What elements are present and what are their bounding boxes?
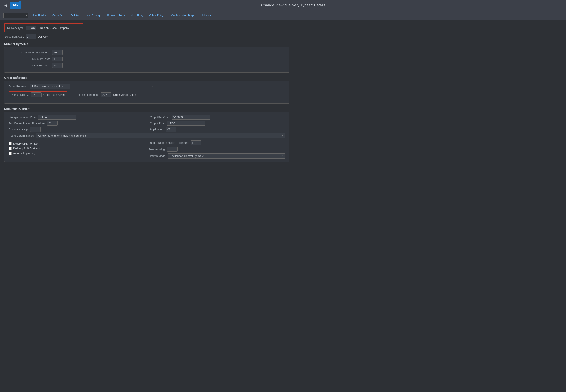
partner-det-row: Partner Determination Procedure: <box>148 140 285 145</box>
route-determination-select[interactable]: A New route determination without check … <box>36 133 285 138</box>
doc-stats-group-input[interactable] <box>30 127 41 132</box>
doc-right-col: OutputDet.Proc.: Output Type: Applicatio… <box>150 115 285 133</box>
delivery-split-partners-label: Delivery Split Partners <box>13 147 40 150</box>
item-num-increment-row: Item Number Increment: * <box>9 50 285 55</box>
doc-cat-row: Document Cat.: Delivery <box>4 34 289 39</box>
rescheduling-label: Rescheduling: <box>148 148 166 151</box>
output-type-input[interactable] <box>167 121 205 126</box>
distrbtn-mode-label: Distrbtn Mode: <box>148 154 166 157</box>
number-systems-section: Item Number Increment: * NR of Int. Asst… <box>4 47 289 73</box>
number-systems-content: Item Number Increment: * NR of Int. Asst… <box>4 47 289 72</box>
distrbtn-mode-row: Distrbtn Mode: Distribution Control By W… <box>148 153 285 159</box>
text-det-proc-row: Text Determination Procedure: <box>9 121 143 126</box>
distrbtn-select-wrap: Distribution Control By Ware... No Distr… <box>168 153 285 159</box>
order-reference-section: Order Required: B Purchase order require… <box>4 81 289 104</box>
rescheduling-row: Rescheduling: <box>148 147 285 152</box>
other-entry-button[interactable]: Other Entry... <box>147 13 168 18</box>
document-cat-description: Delivery <box>38 35 48 38</box>
doc-content-grid: Storage Location Rule: Text Determinatio… <box>9 115 285 133</box>
previous-entry-button[interactable]: Previous Entry <box>105 13 127 18</box>
toolbar-select[interactable] <box>3 13 28 18</box>
checkboxes-left: Delivry Split - WhNo Delivery Split Part… <box>9 142 145 155</box>
storage-location-input[interactable] <box>38 115 76 120</box>
route-determination-row: Route Determination: A New route determi… <box>9 133 285 138</box>
partner-det-label: Partner Determination Procedure: <box>148 141 189 144</box>
order-reference-content: Order Required: B Purchase order require… <box>4 81 289 103</box>
application-row: Application: <box>150 127 285 132</box>
toolbar: New Entries Copy As... Delete Undo Chang… <box>0 11 566 20</box>
toolbar-select-wrapper <box>3 13 28 18</box>
route-determination-label: Route Determination: <box>9 134 34 137</box>
automatic-packing-checkbox[interactable] <box>9 152 12 155</box>
doc-stats-group-row: Doc.stats.group: <box>9 127 143 132</box>
order-required-select[interactable]: B Purchase order required A No order req… <box>30 84 70 89</box>
application-label: Application: <box>150 128 164 131</box>
output-type-row: Output Type: <box>150 121 285 126</box>
nr-ext-asst-input[interactable] <box>52 63 63 68</box>
storage-location-row: Storage Location Rule: <box>9 115 143 120</box>
next-entry-button[interactable]: Next Entry <box>128 13 146 18</box>
default-ord-ty-row: Default Ord.Ty.: Order Type Sched ItemRe… <box>9 91 285 98</box>
more-button[interactable]: More ▼ <box>200 13 214 18</box>
text-det-proc-label: Text Determination Procedure: <box>9 122 45 125</box>
document-cat-label: Document Cat.: <box>5 35 24 38</box>
item-num-increment-label: Item Number Increment: * <box>9 51 51 54</box>
default-ord-ty-box: Default Ord.Ty.: Order Type Sched <box>9 91 68 98</box>
nr-ext-asst-row: NR of Ext. Asst: <box>9 63 285 68</box>
document-content-section: Storage Location Rule: Text Determinatio… <box>4 112 289 162</box>
document-content-inner: Storage Location Rule: Text Determinatio… <box>4 112 289 162</box>
bottom-grid: Delivry Split - WhNo Delivery Split Part… <box>9 140 285 159</box>
item-requirement-input[interactable] <box>101 92 112 97</box>
main-content: Delivery Type: Document Cat.: Delivery N… <box>0 20 293 168</box>
delivery-split-whno-label: Delivry Split - WhNo <box>13 142 38 145</box>
item-requirement-group: ItemRequirement: Order w.indep.item <box>78 92 136 97</box>
page-title: Change View "Delivery Types": Details <box>25 3 562 8</box>
item-requirement-label: ItemRequirement: <box>78 93 99 96</box>
order-required-label: Order Required: <box>9 85 28 88</box>
partner-det-input[interactable] <box>191 140 201 145</box>
document-cat-input[interactable] <box>26 34 36 39</box>
item-requirement-description: Order w.indep.item <box>113 93 136 96</box>
output-det-proc-input[interactable] <box>172 115 210 120</box>
delivery-split-partners-row: Delivery Split Partners <box>9 147 145 150</box>
order-required-select-wrap: B Purchase order required A No order req… <box>30 84 156 89</box>
more-label: More <box>202 14 209 17</box>
delivery-split-whno-row: Delivry Split - WhNo <box>9 142 145 145</box>
storage-location-label: Storage Location Rule: <box>9 116 36 119</box>
automatic-packing-label: Automatic packing <box>13 152 35 155</box>
automatic-packing-row: Automatic packing <box>9 152 145 155</box>
document-content-title: Document Content <box>4 107 289 111</box>
copy-as-button[interactable]: Copy As... <box>50 13 67 18</box>
nr-int-asst-input[interactable] <box>52 56 63 61</box>
nr-ext-asst-label: NR of Ext. Asst: <box>9 64 51 67</box>
number-systems-title: Number Systems <box>4 42 289 46</box>
output-type-label: Output Type: <box>150 122 165 125</box>
delete-button[interactable]: Delete <box>68 13 81 18</box>
rescheduling-input[interactable] <box>167 147 178 152</box>
text-det-proc-input[interactable] <box>47 121 58 126</box>
nr-int-asst-row: NR of Int. Asst: <box>9 56 285 61</box>
toolbar-separator <box>198 13 198 18</box>
delivery-type-box: Delivery Type: <box>4 24 83 32</box>
doc-left-col: Storage Location Rule: Text Determinatio… <box>9 115 143 133</box>
default-ord-ty-code-input[interactable] <box>31 92 42 97</box>
item-num-increment-input[interactable] <box>52 50 63 55</box>
item-num-label-text: Item Number Increment: <box>19 51 48 54</box>
application-input[interactable] <box>166 127 176 132</box>
doc-stats-group-label: Doc.stats.group: <box>9 128 28 131</box>
nr-int-asst-label: NR of Int. Asst: <box>9 57 51 61</box>
delivery-type-code-input[interactable] <box>26 26 36 30</box>
delivery-type-label: Delivery Type: <box>7 26 24 29</box>
route-determination-select-wrap: A New route determination without check … <box>36 133 285 138</box>
delivery-type-name-input[interactable] <box>38 26 80 30</box>
more-arrow-icon: ▼ <box>209 14 211 16</box>
default-ord-ty-description: Order Type Sched <box>43 93 65 96</box>
new-entries-button[interactable]: New Entries <box>29 13 49 18</box>
undo-change-button[interactable]: Undo Change <box>82 13 104 18</box>
distrbtn-mode-select[interactable]: Distribution Control By Ware... No Distr… <box>168 153 285 159</box>
delivery-split-partners-checkbox[interactable] <box>9 147 12 150</box>
configuration-help-button[interactable]: Configuration Help <box>169 13 196 18</box>
back-button[interactable]: ◀ <box>4 3 7 8</box>
delivery-split-whno-checkbox[interactable] <box>9 142 12 145</box>
sap-logo: SAP <box>10 2 21 9</box>
